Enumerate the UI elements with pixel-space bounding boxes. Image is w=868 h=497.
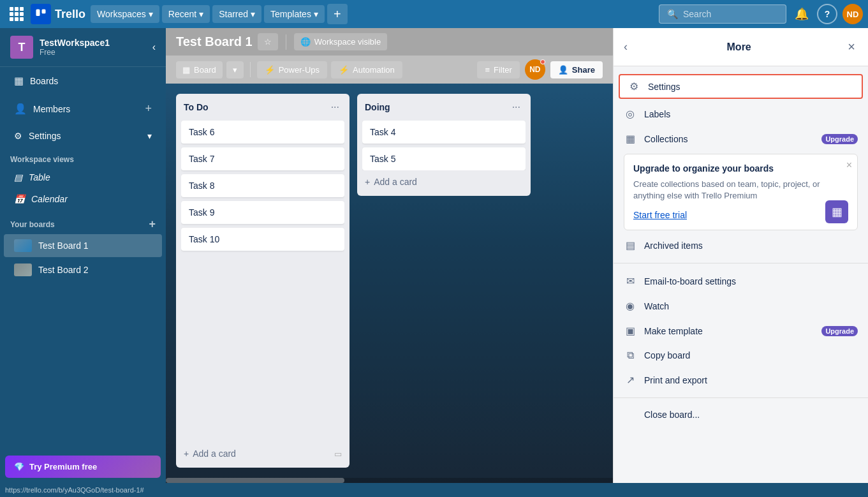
collections-upgrade-badge: Upgrade	[821, 134, 858, 144]
add-board-icon[interactable]: +	[149, 218, 156, 231]
sidebar-collapse-button[interactable]: ‹	[152, 41, 156, 53]
list-menu-todo[interactable]: ···	[328, 99, 342, 115]
topnav-right: 🔍 🔔 ? ND	[659, 4, 863, 24]
visibility-button[interactable]: 🌐 Workspace visible	[294, 33, 388, 50]
more-item-email[interactable]: ✉ Email-to-board settings	[614, 269, 868, 293]
scrollbar-thumb	[166, 478, 344, 483]
sidebar-board-test-board-2[interactable]: Test Board 2	[4, 258, 162, 281]
grid-menu-button[interactable]	[5, 3, 28, 26]
trello-logo-icon	[31, 4, 51, 24]
sidebar-item-boards[interactable]: ▦ Boards	[4, 68, 162, 93]
card-task9[interactable]: Task 9	[181, 201, 344, 224]
bell-icon: 🔔	[795, 7, 809, 21]
search-box[interactable]: 🔍	[659, 4, 786, 24]
star-button[interactable]: ☆	[258, 33, 278, 50]
chevron-down-icon: ▾	[149, 9, 153, 19]
more-item-collections[interactable]: ▦ Collections Upgrade	[614, 126, 868, 151]
upgrade-tooltip-close[interactable]: ×	[846, 159, 852, 171]
list-menu-doing[interactable]: ···	[510, 99, 523, 115]
list-header-doing: Doing ···	[362, 99, 526, 115]
card-task4[interactable]: Task 4	[362, 121, 526, 144]
more-item-print-export[interactable]: ↗ Print and export	[614, 367, 868, 392]
more-panel: ‹ More × ⚙ Settings ◎ Labels ▦ Collectio…	[613, 28, 868, 483]
more-item-make-template[interactable]: ▣ Make template Upgrade	[614, 318, 868, 343]
add-member-icon[interactable]: +	[145, 102, 152, 115]
members-label: Members	[33, 104, 70, 114]
more-item-archived[interactable]: ▤ Archived items	[614, 233, 868, 258]
try-premium-button[interactable]: 💎 Try Premium free	[5, 456, 161, 478]
add-icon: +	[365, 177, 370, 187]
board-content: To Do ··· Task 6 Task 7 Task 8 Task 9 Ta…	[166, 84, 613, 483]
chevron-down-icon: ▾	[314, 9, 318, 19]
more-item-close-board[interactable]: Close board...	[614, 403, 868, 426]
card-template-icon: ▭	[334, 449, 342, 459]
workspace-views-label: Workspace views	[0, 149, 166, 167]
recent-menu[interactable]: Recent ▾	[162, 5, 210, 23]
board-user-avatar[interactable]: ND	[525, 59, 545, 80]
automation-button[interactable]: ⚡ Automation	[331, 61, 402, 78]
svg-rect-0	[36, 10, 40, 17]
workspace-name: TestWorkspace1	[40, 38, 146, 48]
sidebar-item-calendar[interactable]: 📅 Calendar	[4, 189, 162, 209]
board-thumb-2	[14, 263, 32, 276]
board-scrollbar[interactable]	[166, 478, 613, 483]
board-toolbar: ▦ Board ▾ ⚡ Power-Ups ⚡ Automation ≡ Fil…	[166, 56, 613, 84]
board-view-button[interactable]: ▦ Board	[176, 61, 223, 78]
sidebar-item-settings[interactable]: ⚙ Settings ▾	[4, 124, 162, 147]
email-label: Email-to-board settings	[644, 276, 858, 286]
settings-chevron-icon: ▾	[147, 131, 152, 141]
add-card-label: Add a card	[193, 449, 236, 459]
topnav: Trello Workspaces ▾ Recent ▾ Starred ▾ T…	[0, 0, 868, 28]
template-upgrade-badge: Upgrade	[821, 326, 858, 336]
search-input[interactable]	[683, 9, 778, 19]
card-task8[interactable]: Task 8	[181, 174, 344, 197]
table-icon: ▤	[14, 172, 22, 182]
settings-icon: ⚙	[14, 131, 22, 141]
card-task7[interactable]: Task 7	[181, 147, 344, 170]
create-button[interactable]: +	[327, 4, 348, 24]
notifications-button[interactable]: 🔔	[791, 4, 812, 24]
status-url: https://trello.com/b/yAu3QGoD/test-board…	[5, 486, 144, 494]
more-item-settings[interactable]: ⚙ Settings	[619, 74, 863, 99]
template-icon: ▣	[624, 325, 636, 337]
archived-icon: ▤	[624, 239, 636, 251]
archived-label: Archived items	[644, 241, 858, 251]
filter-button[interactable]: ≡ Filter	[477, 61, 519, 78]
more-item-watch[interactable]: ◉ Watch	[614, 293, 868, 318]
app-logo[interactable]: Trello	[31, 4, 85, 24]
sidebar-board-test-board-1[interactable]: Test Board 1	[4, 234, 162, 257]
card-task10[interactable]: Task 10	[181, 228, 344, 251]
power-ups-label: Power-Ups	[279, 65, 320, 75]
help-button[interactable]: ?	[817, 4, 837, 24]
watch-icon: ◉	[624, 300, 636, 312]
copy-icon: ⧉	[624, 350, 636, 361]
add-card-todo[interactable]: + Add a card ▭	[181, 445, 344, 463]
header-divider	[286, 34, 286, 50]
add-card-doing[interactable]: + Add a card	[362, 173, 526, 191]
user-avatar[interactable]: ND	[842, 4, 863, 24]
board-thumb-1	[14, 239, 32, 252]
more-panel-close-button[interactable]: ×	[845, 37, 858, 57]
view-dropdown-button[interactable]: ▾	[226, 61, 244, 78]
notification-dot	[540, 59, 545, 64]
more-panel-back-button[interactable]: ‹	[624, 38, 633, 56]
your-boards-header: Your boards +	[0, 210, 166, 234]
sidebar-item-table[interactable]: ▤ Table	[4, 167, 162, 188]
start-trial-button[interactable]: Start free trial	[633, 210, 687, 220]
workspaces-menu[interactable]: Workspaces ▾	[91, 5, 159, 23]
card-task6[interactable]: Task 6	[181, 121, 344, 144]
sidebar-item-members[interactable]: 👤 Members +	[4, 96, 162, 122]
members-icon: 👤	[14, 103, 27, 115]
templates-menu[interactable]: Templates ▾	[264, 5, 325, 23]
list-cards-doing: Task 4 Task 5	[362, 121, 526, 170]
card-task5[interactable]: Task 5	[362, 147, 526, 170]
power-ups-button[interactable]: ⚡ Power-Ups	[257, 61, 327, 78]
starred-menu[interactable]: Starred ▾	[212, 5, 261, 23]
back-icon: ‹	[624, 40, 628, 53]
app-name: Trello	[55, 8, 85, 21]
list-doing: Doing ··· Task 4 Task 5 + Add a card	[357, 94, 531, 196]
more-item-copy-board[interactable]: ⧉ Copy board	[614, 343, 868, 367]
share-button[interactable]: 👤 Share	[550, 61, 603, 78]
more-item-labels[interactable]: ◎ Labels	[614, 101, 868, 126]
print-icon: ↗	[624, 374, 636, 386]
